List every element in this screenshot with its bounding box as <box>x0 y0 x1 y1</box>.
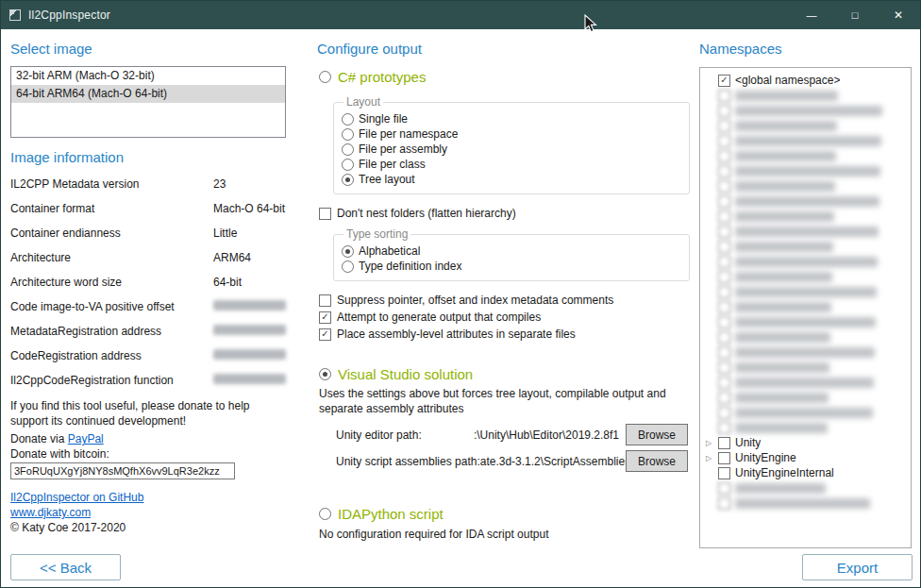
namespace-item[interactable]: ▷ ✓ <box>704 239 907 254</box>
namespace-checkbox[interactable]: ✓ <box>718 135 730 147</box>
flatten-hierarchy-checkbox[interactable]: ✓ Don't nest folders (flatten hierarchy) <box>319 207 516 220</box>
checkbox-icon[interactable]: ✓ <box>319 208 331 220</box>
layout-radio-option[interactable]: Tree layout <box>342 172 681 187</box>
namespace-checkbox[interactable]: ✓ <box>718 301 730 313</box>
namespace-item[interactable]: ▷ ✓ UnityEngineInternal <box>704 465 907 480</box>
namespace-checkbox[interactable]: ✓ <box>718 75 730 87</box>
checkbox-icon[interactable]: ✓ <box>319 311 331 324</box>
namespace-checkbox[interactable]: ✓ <box>718 271 730 283</box>
unity-script-assemblies-browse-button[interactable]: Browse <box>626 450 688 472</box>
namespace-checkbox[interactable]: ✓ <box>718 105 730 117</box>
namespace-item[interactable]: ▷ ✓ <box>704 390 907 405</box>
sorting-radio-option[interactable]: Alphabetical <box>342 244 681 259</box>
namespace-checkbox[interactable]: ✓ <box>718 150 730 162</box>
layout-radio-option[interactable]: File per class <box>342 157 681 172</box>
namespace-item[interactable]: ▷ ✓ <box>704 178 907 193</box>
namespace-checkbox[interactable]: ✓ <box>718 467 730 479</box>
namespace-item[interactable]: ▷ ✓ <box>704 375 907 390</box>
radio-icon[interactable] <box>342 159 354 171</box>
namespace-checkbox[interactable]: ✓ <box>718 316 730 328</box>
csharp-prototypes-label[interactable]: C# prototypes <box>338 69 426 85</box>
namespace-item[interactable]: ▷ ✓ <box>704 284 907 299</box>
output-option-checkbox[interactable]: ✓ Attempt to generate output that compil… <box>319 309 689 326</box>
radio-icon[interactable] <box>342 143 354 156</box>
namespaces-tree[interactable]: ▷ ✓ <global namespace> ▷ ✓ ▷ ✓ ▷ <box>699 67 912 548</box>
namespace-item[interactable]: ▷ ✓ <box>704 420 907 435</box>
namespace-item[interactable]: ▷ ✓ <box>704 118 907 133</box>
export-button[interactable]: Export <box>802 554 913 580</box>
back-button[interactable]: << Back <box>10 554 121 580</box>
namespace-checkbox[interactable]: ✓ <box>718 195 730 208</box>
radio-icon[interactable] <box>342 113 354 126</box>
namespace-item[interactable]: ▷ ✓ <box>704 209 907 224</box>
namespace-item[interactable]: ▷ ✓ <box>704 360 907 375</box>
namespace-checkbox[interactable]: ✓ <box>718 422 730 434</box>
radio-icon[interactable] <box>319 508 331 520</box>
namespace-checkbox[interactable]: ✓ <box>718 165 730 177</box>
namespace-checkbox[interactable]: ✓ <box>718 286 730 298</box>
visual-studio-solution-label[interactable]: Visual Studio solution <box>338 366 473 382</box>
namespace-item[interactable]: ▷ ✓ Unity <box>704 435 907 450</box>
github-link[interactable]: Il2CppInspector on GitHub <box>10 491 143 504</box>
image-list-item[interactable]: 32-bit ARM (Mach-O 32-bit) <box>11 67 285 85</box>
namespace-item[interactable]: ▷ ✓ <box>704 344 907 360</box>
namespace-checkbox[interactable]: ✓ <box>718 331 730 344</box>
namespace-checkbox[interactable]: ✓ <box>718 226 730 238</box>
image-list-item[interactable]: 64-bit ARM64 (Mach-O 64-bit) <box>11 85 285 103</box>
website-link[interactable]: www.djkaty.com <box>10 506 91 519</box>
namespace-item[interactable]: ▷ ✓ <box>704 224 907 239</box>
image-listbox[interactable]: 32-bit ARM (Mach-O 32-bit) 64-bit ARM64 … <box>10 66 286 138</box>
checkbox-icon[interactable]: ✓ <box>319 294 331 307</box>
idapython-script-label[interactable]: IDAPython script <box>338 506 444 522</box>
namespace-checkbox[interactable]: ✓ <box>718 180 730 193</box>
namespace-item[interactable]: ▷ ✓ <box>704 103 907 118</box>
namespace-item[interactable]: ▷ ✓ <box>704 480 907 496</box>
radio-icon[interactable] <box>342 174 354 186</box>
paypal-link[interactable]: PayPal <box>68 432 104 445</box>
namespace-item[interactable]: ▷ ✓ <box>704 163 907 178</box>
namespace-checkbox[interactable]: ✓ <box>718 392 730 404</box>
namespace-item[interactable]: ▷ ✓ <box>704 329 907 344</box>
namespace-item[interactable]: ▷ ✓ <box>704 193 907 209</box>
namespace-checkbox[interactable]: ✓ <box>718 90 730 102</box>
namespace-checkbox[interactable]: ✓ <box>718 120 730 132</box>
namespace-item[interactable]: ▷ ✓ <box>704 269 907 284</box>
maximize-button[interactable]: □ <box>833 1 877 29</box>
radio-icon[interactable] <box>342 260 354 273</box>
namespace-item[interactable]: ▷ ✓ <box>704 496 907 511</box>
namespace-checkbox[interactable]: ✓ <box>718 452 730 464</box>
namespace-item[interactable]: ▷ ✓ <global namespace> <box>704 73 907 88</box>
namespace-checkbox[interactable]: ✓ <box>718 437 730 449</box>
namespace-checkbox[interactable]: ✓ <box>718 377 730 389</box>
namespace-checkbox[interactable]: ✓ <box>718 482 730 495</box>
expander-icon[interactable]: ▷ <box>704 439 713 447</box>
close-button[interactable]: ✕ <box>877 1 920 29</box>
namespace-checkbox[interactable]: ✓ <box>718 346 730 359</box>
namespace-item[interactable]: ▷ ✓ UnityEngine <box>704 450 907 465</box>
radio-icon[interactable] <box>319 368 331 380</box>
layout-radio-option[interactable]: Single file <box>342 111 681 126</box>
namespace-checkbox[interactable]: ✓ <box>718 241 730 253</box>
namespace-item[interactable]: ▷ ✓ <box>704 405 907 420</box>
namespace-item[interactable]: ▷ ✓ <box>704 133 907 148</box>
expander-icon[interactable]: ▷ <box>704 454 713 462</box>
namespace-checkbox[interactable]: ✓ <box>718 361 730 374</box>
unity-editor-browse-button[interactable]: Browse <box>626 424 688 445</box>
namespace-checkbox[interactable]: ✓ <box>718 497 730 510</box>
minimize-button[interactable]: — <box>790 1 833 29</box>
sorting-radio-option[interactable]: Type definition index <box>342 259 681 274</box>
layout-radio-option[interactable]: File per namespace <box>342 126 681 142</box>
radio-icon[interactable] <box>342 245 354 258</box>
namespace-item[interactable]: ▷ ✓ <box>704 148 907 163</box>
bitcoin-address-input[interactable] <box>10 462 235 479</box>
output-option-checkbox[interactable]: ✓ Suppress pointer, offset and index met… <box>319 292 689 309</box>
visual-studio-solution-radio[interactable]: Visual Studio solution <box>319 366 473 382</box>
namespace-item[interactable]: ▷ ✓ <box>704 254 907 269</box>
radio-icon[interactable] <box>342 128 354 141</box>
namespace-checkbox[interactable]: ✓ <box>718 407 730 419</box>
titlebar[interactable]: Il2CppInspector — □ ✕ <box>1 1 920 29</box>
csharp-prototypes-radio[interactable]: C# prototypes <box>319 69 426 85</box>
namespace-checkbox[interactable]: ✓ <box>718 256 730 268</box>
namespace-item[interactable]: ▷ ✓ <box>704 299 907 314</box>
radio-icon[interactable] <box>319 71 331 83</box>
